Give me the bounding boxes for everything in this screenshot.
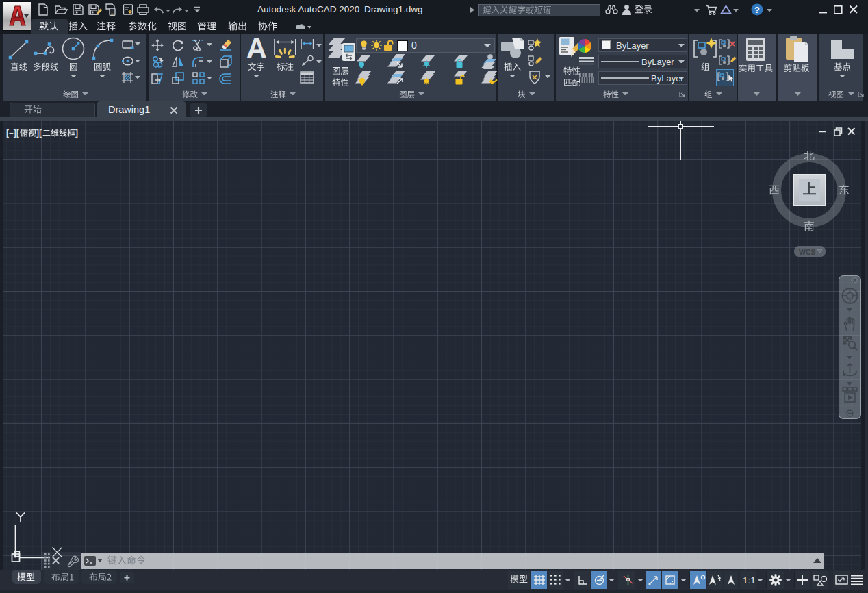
svg-text:?: ?: [754, 5, 760, 15]
